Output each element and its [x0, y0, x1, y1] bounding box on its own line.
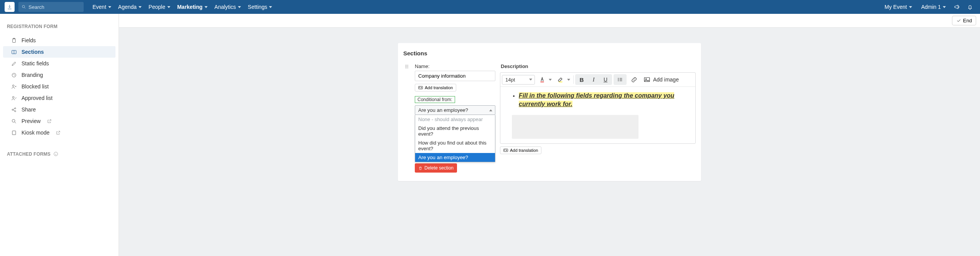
dropdown-option[interactable]: How did you find out about this event?: [415, 138, 495, 153]
search-input[interactable]: [28, 4, 81, 10]
nav-agenda[interactable]: Agenda: [115, 0, 145, 14]
svg-point-9: [12, 96, 14, 98]
svg-point-20: [406, 66, 407, 67]
sidebar-item-label: Preview: [21, 118, 41, 124]
conditional-from-select[interactable]: Are you an employee? None - should alway…: [415, 105, 495, 115]
bold-button[interactable]: B: [576, 75, 587, 84]
event-name: My Event: [884, 4, 907, 10]
nav-label: Settings: [248, 4, 267, 10]
nav-settings[interactable]: Settings: [244, 0, 276, 14]
nav-right: My Event Admin 1: [881, 0, 975, 14]
info-icon: [53, 152, 58, 158]
grip-icon: [404, 64, 409, 69]
dropdown-option[interactable]: Did you attend the previous event?: [415, 124, 495, 138]
link-button[interactable]: [628, 74, 640, 85]
chevron-down-icon: [205, 6, 208, 8]
underline-icon: U: [604, 76, 607, 83]
main-nav: Event Agenda People Marketing Analytics …: [89, 0, 276, 14]
sidebar-item-approved-list[interactable]: Approved list: [3, 92, 115, 104]
font-size-select[interactable]: 14pt: [502, 75, 535, 85]
external-link-icon: [56, 130, 61, 135]
nav-people[interactable]: People: [145, 0, 174, 14]
svg-rect-25: [419, 86, 423, 89]
svg-rect-33: [504, 149, 508, 152]
sidebar-item-blocked-list[interactable]: Blocked list: [3, 81, 115, 92]
bold-icon: B: [580, 76, 584, 83]
announcements-button[interactable]: [952, 2, 962, 12]
user-name: Admin 1: [921, 4, 941, 10]
app-logo[interactable]: [5, 2, 15, 12]
delete-section-button[interactable]: Delete section: [415, 163, 457, 173]
select-display[interactable]: Are you an employee?: [415, 105, 495, 115]
font-size-value: 14pt: [505, 77, 515, 83]
user-check-icon: [11, 95, 17, 101]
action-bar: End: [119, 14, 980, 28]
svg-point-13: [12, 119, 15, 122]
sidebar-item-label: Sections: [21, 49, 44, 55]
link-icon: [631, 76, 637, 83]
dropdown-option-none[interactable]: None - should always appear: [415, 115, 495, 124]
underline-button[interactable]: U: [600, 75, 611, 84]
user-menu[interactable]: Admin 1: [918, 0, 949, 14]
add-image-button[interactable]: Add image: [641, 76, 681, 83]
sidebar: REGISTRATION FORM Fields Sections Static…: [0, 14, 119, 256]
svg-rect-26: [541, 81, 544, 82]
svg-point-19: [405, 66, 406, 67]
svg-point-24: [408, 68, 408, 68]
svg-point-5: [13, 74, 13, 75]
drag-handle[interactable]: [403, 64, 410, 69]
nav-analytics[interactable]: Analytics: [211, 0, 244, 14]
chevron-down-icon: [269, 6, 272, 8]
sidebar-item-share[interactable]: Share: [3, 104, 115, 115]
editor-content[interactable]: Fill in the following fields regarding t…: [500, 87, 695, 143]
search-icon: [11, 118, 17, 124]
nav-label: Agenda: [118, 4, 137, 10]
text-color-button[interactable]: [536, 74, 548, 85]
translate-icon: [503, 148, 508, 152]
sidebar-item-branding[interactable]: Branding: [3, 69, 115, 81]
sidebar-item-static-fields[interactable]: Static fields: [3, 58, 115, 69]
check-icon: [956, 18, 961, 23]
sidebar-item-kiosk-mode[interactable]: Kiosk mode: [3, 127, 115, 138]
chevron-down-icon[interactable]: [549, 79, 552, 81]
svg-point-29: [618, 79, 619, 80]
nav-label: People: [148, 4, 165, 10]
sidebar-item-fields[interactable]: Fields: [3, 35, 115, 46]
text-style-group: B I U: [575, 74, 612, 85]
chevron-down-icon[interactable]: [567, 79, 570, 81]
nav-event[interactable]: Event: [89, 0, 115, 14]
right-column: Description 14pt: [500, 63, 696, 154]
translate-icon: [418, 86, 423, 90]
sidebar-item-preview[interactable]: Preview: [3, 115, 115, 127]
nav-label: Event: [92, 4, 106, 10]
global-search[interactable]: [18, 2, 84, 12]
event-switcher[interactable]: My Event: [881, 0, 915, 14]
conditional-from-label: Conditional from:: [415, 96, 455, 103]
svg-point-23: [406, 68, 407, 68]
italic-button[interactable]: I: [588, 75, 599, 84]
tablet-icon: [11, 130, 17, 136]
sidebar-item-sections[interactable]: Sections: [3, 46, 115, 58]
highlight-button[interactable]: [555, 74, 566, 85]
panel-title: Sections: [403, 50, 696, 57]
sidebar-item-label: Branding: [21, 72, 43, 78]
canvas: Sections Name: Add translation Conditio: [119, 28, 980, 256]
bullet-list-button[interactable]: [614, 75, 626, 84]
delete-label: Delete section: [424, 165, 454, 171]
chevron-down-icon: [529, 79, 532, 81]
dropdown-option-selected[interactable]: Are you an employee?: [415, 153, 495, 162]
sidebar-section-title: ATTACHED FORMS: [7, 151, 112, 158]
nav-label: Marketing: [177, 4, 203, 10]
svg-point-0: [22, 5, 25, 8]
add-translation-button[interactable]: Add translation: [500, 146, 541, 154]
section-name-input[interactable]: [415, 71, 495, 81]
bell-icon: [967, 4, 973, 10]
notifications-button[interactable]: [965, 2, 975, 12]
chevron-down-icon: [108, 6, 111, 8]
name-label: Name:: [415, 63, 495, 69]
nav-marketing[interactable]: Marketing: [174, 0, 211, 14]
chevron-down-icon: [139, 6, 142, 8]
svg-point-21: [408, 66, 408, 67]
end-button[interactable]: End: [952, 16, 976, 25]
add-translation-button[interactable]: Add translation: [415, 84, 456, 91]
